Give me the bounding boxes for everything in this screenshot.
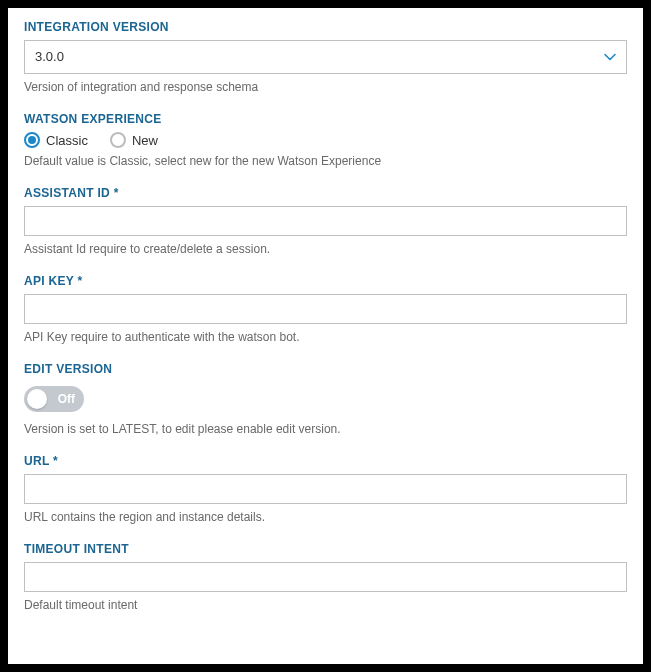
edit-version-toggle[interactable]: Off — [24, 386, 84, 412]
field-api-key: API KEY * API Key require to authenticat… — [24, 274, 627, 344]
toggle-knob-icon — [27, 389, 47, 409]
timeout-intent-input[interactable] — [24, 562, 627, 592]
edit-version-label: EDIT VERSION — [24, 362, 627, 376]
field-url: URL * URL contains the region and instan… — [24, 454, 627, 524]
assistant-id-helper: Assistant Id require to create/delete a … — [24, 242, 627, 256]
integration-version-select[interactable]: 3.0.0 — [24, 40, 627, 74]
radio-label: Classic — [46, 133, 88, 148]
timeout-intent-helper: Default timeout intent — [24, 598, 627, 612]
integration-version-select-wrap: 3.0.0 — [24, 40, 627, 74]
integration-version-label: INTEGRATION VERSION — [24, 20, 627, 34]
radio-classic[interactable]: Classic — [24, 132, 88, 148]
field-integration-version: INTEGRATION VERSION 3.0.0 Version of int… — [24, 20, 627, 94]
edit-version-helper: Version is set to LATEST, to edit please… — [24, 422, 627, 436]
toggle-state-label: Off — [58, 392, 75, 406]
url-input[interactable] — [24, 474, 627, 504]
assistant-id-input[interactable] — [24, 206, 627, 236]
field-timeout-intent: TIMEOUT INTENT Default timeout intent — [24, 542, 627, 612]
watson-experience-label: WATSON EXPERIENCE — [24, 112, 627, 126]
api-key-label: API KEY * — [24, 274, 627, 288]
field-edit-version: EDIT VERSION Off Version is set to LATES… — [24, 362, 627, 436]
integration-version-helper: Version of integration and response sche… — [24, 80, 627, 94]
radio-icon — [110, 132, 126, 148]
watson-experience-radios: Classic New — [24, 132, 627, 148]
config-panel: INTEGRATION VERSION 3.0.0 Version of int… — [8, 8, 643, 664]
field-assistant-id: ASSISTANT ID * Assistant Id require to c… — [24, 186, 627, 256]
watson-experience-helper: Default value is Classic, select new for… — [24, 154, 627, 168]
api-key-helper: API Key require to authenticate with the… — [24, 330, 627, 344]
api-key-input[interactable] — [24, 294, 627, 324]
url-helper: URL contains the region and instance det… — [24, 510, 627, 524]
field-watson-experience: WATSON EXPERIENCE Classic New Default va… — [24, 112, 627, 168]
assistant-id-label: ASSISTANT ID * — [24, 186, 627, 200]
radio-new[interactable]: New — [110, 132, 158, 148]
radio-label: New — [132, 133, 158, 148]
timeout-intent-label: TIMEOUT INTENT — [24, 542, 627, 556]
radio-icon — [24, 132, 40, 148]
url-label: URL * — [24, 454, 627, 468]
